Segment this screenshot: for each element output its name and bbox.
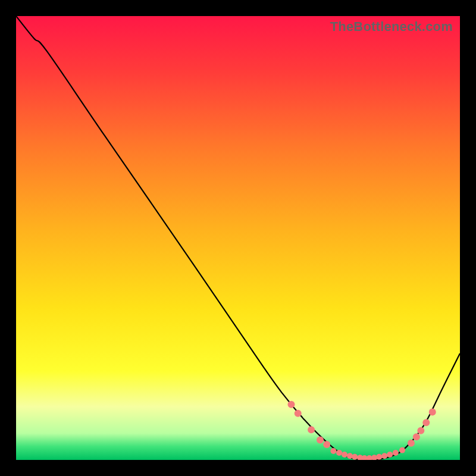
data-marker	[342, 452, 347, 458]
plot-area: TheBottleneck.com	[16, 16, 460, 460]
data-marker	[422, 419, 430, 426]
data-marker	[393, 450, 399, 456]
data-marker	[399, 447, 405, 453]
data-marker	[317, 436, 324, 443]
data-marker	[288, 401, 295, 408]
data-marker	[352, 454, 358, 460]
curve-layer	[16, 16, 460, 460]
data-marker	[308, 426, 315, 433]
data-marker	[323, 441, 330, 448]
data-marker	[376, 454, 382, 460]
data-marker	[408, 440, 415, 447]
data-marker	[387, 452, 393, 458]
data-marker	[330, 448, 336, 454]
data-marker	[381, 453, 387, 459]
marker-group	[288, 401, 436, 460]
data-marker	[295, 410, 302, 417]
data-marker	[429, 408, 436, 415]
chart-container: TheBottleneck.com	[0, 0, 476, 476]
bottleneck-curve	[16, 16, 460, 460]
data-marker	[417, 427, 424, 434]
data-marker	[413, 433, 420, 440]
data-marker	[336, 450, 342, 456]
